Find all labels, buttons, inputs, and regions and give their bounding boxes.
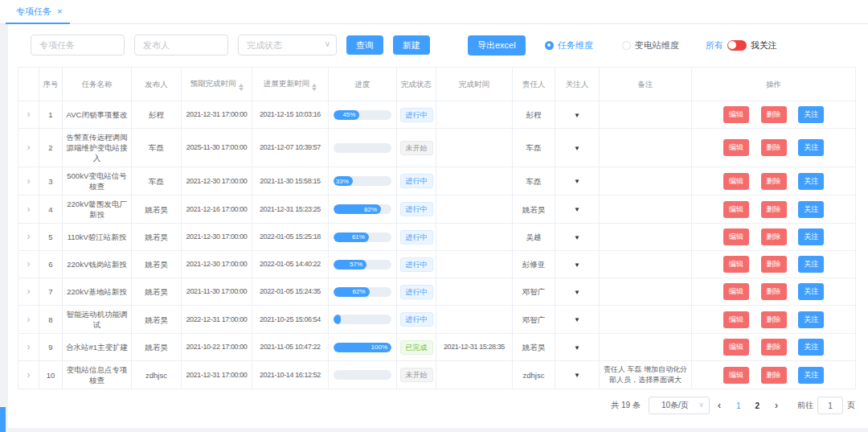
expand-row-icon[interactable]: › bbox=[27, 143, 31, 151]
row-index: 4 bbox=[39, 195, 63, 224]
edit-button[interactable]: 编辑 bbox=[723, 339, 749, 356]
header-task-name: 任务名称 bbox=[63, 68, 132, 101]
row-index: 3 bbox=[39, 167, 63, 195]
delete-button[interactable]: 删除 bbox=[761, 367, 787, 384]
edit-button[interactable]: 编辑 bbox=[723, 311, 749, 328]
page-2-button[interactable]: 2 bbox=[755, 401, 760, 410]
expand-row-icon[interactable]: › bbox=[27, 315, 31, 323]
status-badge: 未开始 bbox=[400, 368, 433, 382]
follow-button[interactable]: 关注 bbox=[798, 367, 824, 384]
edit-button[interactable]: 编辑 bbox=[723, 139, 749, 156]
radio-task-dimension[interactable]: 任务维度 bbox=[545, 39, 593, 51]
edit-button[interactable]: 编辑 bbox=[723, 367, 749, 384]
status-select[interactable]: ∨ bbox=[238, 35, 337, 56]
expand-row-icon[interactable]: › bbox=[27, 343, 31, 351]
page-1-button[interactable]: 1 bbox=[736, 401, 741, 410]
watchers-dropdown-icon[interactable]: ▼ bbox=[574, 145, 580, 152]
page-size-select[interactable]: 10条/页 ∨ bbox=[649, 397, 710, 414]
watchers-dropdown-icon[interactable]: ▼ bbox=[574, 234, 580, 241]
follow-button[interactable]: 关注 bbox=[798, 201, 824, 218]
watchers-dropdown-icon[interactable]: ▼ bbox=[574, 372, 580, 379]
expand-row-icon[interactable]: › bbox=[27, 260, 31, 268]
follow-button[interactable]: 关注 bbox=[798, 228, 824, 245]
table-row: › 7 220kV基地站新投 姚若昊 2021-11-30 17:00:00 2… bbox=[18, 278, 856, 306]
expand-row-icon[interactable]: › bbox=[27, 177, 31, 185]
edit-button[interactable]: 编辑 bbox=[723, 106, 749, 123]
watchers-dropdown-icon[interactable]: ▼ bbox=[574, 178, 580, 185]
sort-icon[interactable] bbox=[312, 84, 317, 91]
update-time-cell: 2021-11-30 15:58:15 bbox=[252, 167, 329, 195]
chevron-down-icon: ∨ bbox=[698, 401, 704, 409]
progress-bar: 61% bbox=[334, 232, 391, 242]
export-excel-button[interactable]: 导出excel bbox=[468, 35, 526, 56]
delete-button[interactable]: 删除 bbox=[761, 283, 787, 300]
task-name: AVC闭锁事项整改 bbox=[63, 101, 132, 129]
delete-button[interactable]: 删除 bbox=[761, 311, 787, 328]
edit-button[interactable]: 编辑 bbox=[723, 173, 749, 190]
table-row: › 1 AVC闭锁事项整改 彭程 2021-12-31 17:00:00 202… bbox=[18, 101, 856, 129]
edit-button[interactable]: 编辑 bbox=[723, 201, 749, 218]
task-name: 智能远动机功能调试 bbox=[63, 306, 132, 334]
watchers-dropdown-icon[interactable]: ▼ bbox=[574, 344, 580, 352]
expected-time-cell: 2021-12-31 17:00:00 bbox=[182, 361, 252, 389]
prev-page-button[interactable]: ‹ bbox=[718, 400, 721, 411]
expand-row-icon[interactable]: › bbox=[27, 110, 31, 118]
radio-substation-dimension[interactable]: 变电站维度 bbox=[622, 39, 679, 51]
update-time-cell: 2022-01-05 15:24:35 bbox=[252, 278, 329, 306]
watchers-dropdown-icon[interactable]: ▼ bbox=[574, 261, 580, 269]
expand-row-icon[interactable]: › bbox=[27, 287, 31, 295]
tab-label: 专项任务 bbox=[16, 6, 51, 18]
delete-button[interactable]: 删除 bbox=[761, 139, 787, 156]
close-icon[interactable]: × bbox=[57, 6, 62, 16]
header-update-time: 进展更新时间 bbox=[252, 68, 329, 101]
follow-button[interactable]: 关注 bbox=[798, 283, 824, 300]
watchers-dropdown-icon[interactable]: ▼ bbox=[574, 112, 580, 119]
status-badge: 进行中 bbox=[400, 257, 433, 272]
follow-button[interactable]: 关注 bbox=[798, 173, 824, 190]
owner-cell: 姚若昊 bbox=[513, 195, 555, 224]
delete-button[interactable]: 删除 bbox=[761, 339, 787, 356]
edit-button[interactable]: 编辑 bbox=[723, 228, 749, 245]
delete-button[interactable]: 删除 bbox=[761, 173, 787, 190]
query-button[interactable]: 查询 bbox=[346, 35, 383, 55]
expand-row-icon[interactable]: › bbox=[27, 205, 31, 213]
delete-button[interactable]: 删除 bbox=[761, 228, 787, 245]
tab-special-tasks[interactable]: 专项任务 × bbox=[6, 0, 70, 24]
expand-row-icon[interactable]: › bbox=[27, 232, 31, 241]
row-index: 9 bbox=[39, 334, 63, 361]
publisher-cell: 姚若昊 bbox=[132, 224, 182, 251]
goto-page-input[interactable] bbox=[817, 397, 843, 414]
new-button[interactable]: 新建 bbox=[393, 35, 430, 55]
update-time-cell: 2021-10-14 16:12:52 bbox=[252, 361, 329, 389]
watchers-dropdown-icon[interactable]: ▼ bbox=[574, 316, 580, 323]
publisher-cell: 彭程 bbox=[132, 101, 182, 129]
task-name: 220kV基地站新投 bbox=[63, 278, 132, 306]
watchers-dropdown-icon[interactable]: ▼ bbox=[574, 289, 580, 296]
update-time-cell: 2021-11-05 10:47:22 bbox=[252, 334, 329, 361]
header-owner: 责任人 bbox=[513, 68, 555, 101]
publisher-input[interactable] bbox=[134, 35, 228, 56]
delete-button[interactable]: 删除 bbox=[761, 106, 787, 123]
finish-time-cell bbox=[436, 129, 513, 167]
task-name-input[interactable] bbox=[31, 35, 125, 56]
progress-value: 62% bbox=[353, 287, 370, 297]
follow-button[interactable]: 关注 bbox=[798, 311, 824, 328]
next-page-button[interactable]: › bbox=[775, 400, 778, 411]
header-expected-time: 预期完成时间 bbox=[182, 68, 252, 101]
expand-row-icon[interactable]: › bbox=[27, 371, 31, 379]
follow-toggle[interactable] bbox=[727, 40, 747, 51]
status-badge: 未开始 bbox=[400, 141, 433, 155]
edit-button[interactable]: 编辑 bbox=[723, 256, 749, 273]
watchers-dropdown-icon[interactable]: ▼ bbox=[574, 206, 580, 213]
follow-button[interactable]: 关注 bbox=[798, 339, 824, 356]
owner-cell: 邓智广 bbox=[513, 306, 555, 334]
finish-time-cell bbox=[436, 278, 513, 306]
follow-button[interactable]: 关注 bbox=[798, 139, 824, 156]
sort-icon[interactable] bbox=[239, 84, 244, 91]
edit-button[interactable]: 编辑 bbox=[723, 283, 749, 300]
follow-button[interactable]: 关注 bbox=[798, 256, 824, 273]
follow-button[interactable]: 关注 bbox=[798, 106, 824, 123]
delete-button[interactable]: 删除 bbox=[761, 201, 787, 218]
delete-button[interactable]: 删除 bbox=[761, 256, 787, 273]
status-select-input[interactable] bbox=[238, 35, 337, 56]
